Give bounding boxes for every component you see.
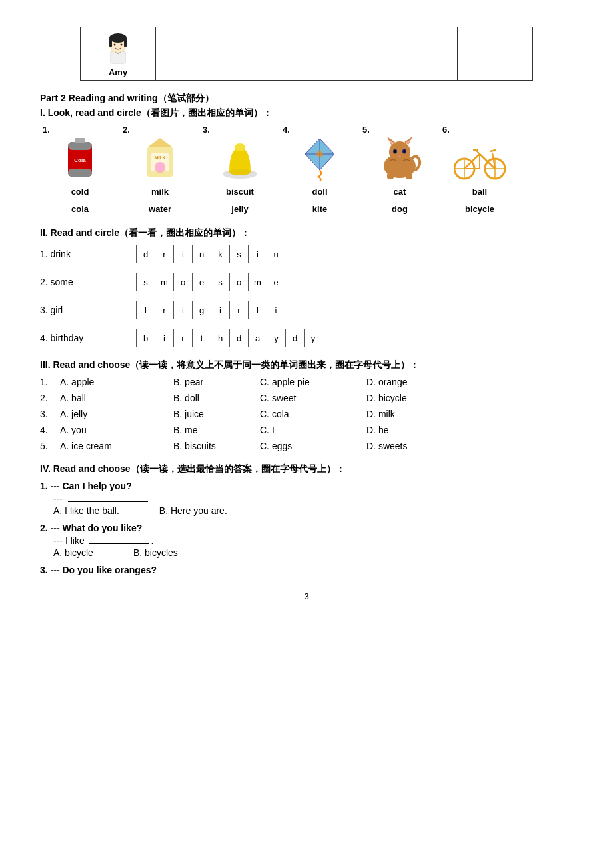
letter-cell-3-5: r [229,301,248,319]
choice-num-5: 5. [40,441,60,451]
item-num-1: 1. [43,125,50,135]
svg-point-16 [155,162,165,173]
svg-point-5 [114,44,116,46]
word-label-4: 4. birthday [40,333,120,343]
q2-blank-label: --- I like [53,535,85,546]
choice-3-c: C. cola [260,409,366,419]
svg-line-50 [490,150,496,151]
question-1: 1. --- Can I help you? --- A. I like the… [40,481,573,516]
item-num-6: 6. [442,125,450,135]
letter-grid-4: birthdaydy [136,329,322,347]
word-pair-2b: water [120,203,200,216]
choice-num-2: 2. [40,393,60,403]
q3-q: --- Do you like oranges? [51,565,157,575]
items-image-row: 1. Cola 2. MILK [40,125,573,181]
choice-4-c: C. I [260,425,366,435]
part2-section: II. Read and circle（看一看，圈出相应的单词）： 1. dri… [40,227,573,347]
choice-1-d: D. orange [366,377,446,387]
item-num-2: 2. [123,125,130,135]
q2-blank-suffix: . [151,535,153,546]
word-row-3: 3. girllrigirli [40,301,573,319]
student-name: Amy [109,67,127,77]
letter-cell-2-2: o [173,273,192,291]
q2-option-a: A. bicycle [53,547,93,558]
words-top-row: cold milk biscuit doll cat ball [40,185,573,199]
svg-rect-11 [75,138,85,143]
svg-marker-13 [147,138,173,147]
words-bottom-row: cola water jelly kite dog bicycle [40,203,573,216]
question-3: 3. --- Do you like oranges? [40,565,573,575]
item-6: 6. [440,125,520,181]
svg-point-23 [316,151,323,157]
item-num-3: 3. [203,125,210,135]
part2-rows: 1. drinkdrinksiu2. somesmoesome3. girllr… [40,245,573,347]
item-img-6 [453,135,506,181]
part3-rows: 1.A. appleB. pearC. apple pieD. orange2.… [40,377,573,451]
svg-point-33 [404,150,406,153]
letter-cell-3-2: i [173,301,192,319]
choice-5-b: B. biscuits [173,441,260,451]
item-img-1: Cola [53,135,107,181]
word-3b: jelly [231,203,248,216]
q1-option-a: A. I like the ball. [53,505,119,516]
svg-line-43 [464,154,480,169]
word-2b: water [149,203,171,216]
choice-row-5: 5.A. ice creamB. biscuitsC. eggsD. sweet… [40,441,573,451]
choice-1-b: B. pear [173,377,260,387]
letter-cell-3-6: l [248,301,267,319]
choice-2-b: B. doll [173,393,260,403]
part1-title: I. Look, read and circle（看图片，圈出相应的单词）： [40,107,573,119]
word-pair-3: biscuit [200,185,280,199]
amy-illustration [101,30,135,66]
letter-grid-3: lrigirli [136,301,285,319]
letter-cell-1-5: s [229,245,248,263]
svg-rect-9 [68,169,92,177]
question-2: 2. --- What do you like? --- I like . A.… [40,523,573,558]
choice-num-4: 4. [40,425,60,435]
item-img-3 [213,135,267,181]
header-cell-3 [231,27,306,81]
choice-2-c: C. sweet [260,393,366,403]
svg-point-19 [235,143,245,151]
choice-row-4: 4.A. youB. meC. ID. he [40,425,573,435]
word-row-2: 2. somesmoesome [40,273,573,291]
svg-point-6 [121,44,123,46]
svg-rect-35 [387,173,394,179]
choice-row-1: 1.A. appleB. pearC. apple pieD. orange [40,377,573,387]
word-pair-6: ball [440,185,520,199]
word-pair-2: milk [120,185,200,199]
letter-cell-4-7: y [267,329,285,347]
svg-text:MILK: MILK [154,155,165,160]
word-label-2: 2. some [40,277,120,287]
letter-cell-1-2: i [173,245,192,263]
letter-cell-4-1: i [155,329,173,347]
word-pair-6b: bicycle [440,203,520,216]
letter-cell-4-9: y [304,329,322,347]
letter-cell-2-4: s [211,273,229,291]
item-1: 1. Cola [40,125,120,181]
choice-row-2: 2.A. ballB. dollC. sweetD. bicycle [40,393,573,403]
item-img-5 [373,135,426,181]
word-4a: doll [312,185,327,199]
letter-cell-1-0: d [136,245,155,263]
word-pair-4: doll [280,185,360,199]
q2-blank-line [89,543,149,544]
header-cell-5 [382,27,457,81]
letter-grid-2: smoesome [136,273,285,291]
q3-num: 3. [40,565,48,575]
header-table: Amy [80,27,533,81]
choice-3-a: A. jelly [60,409,173,419]
q2-text: 2. --- What do you like? [40,523,573,533]
item-num-5: 5. [362,125,370,135]
choice-2-a: A. ball [60,393,173,403]
choice-4-b: B. me [173,425,260,435]
letter-cell-4-4: h [211,329,229,347]
word-5a: cat [394,185,406,199]
choice-4-d: D. he [366,425,446,435]
choice-5-c: C. eggs [260,441,366,451]
header-cell-2 [156,27,231,81]
letter-cell-1-3: n [192,245,211,263]
word-3a: biscuit [226,185,254,199]
q1-text: 1. --- Can I help you? [40,481,573,491]
q1-blank-label: --- [53,493,63,504]
